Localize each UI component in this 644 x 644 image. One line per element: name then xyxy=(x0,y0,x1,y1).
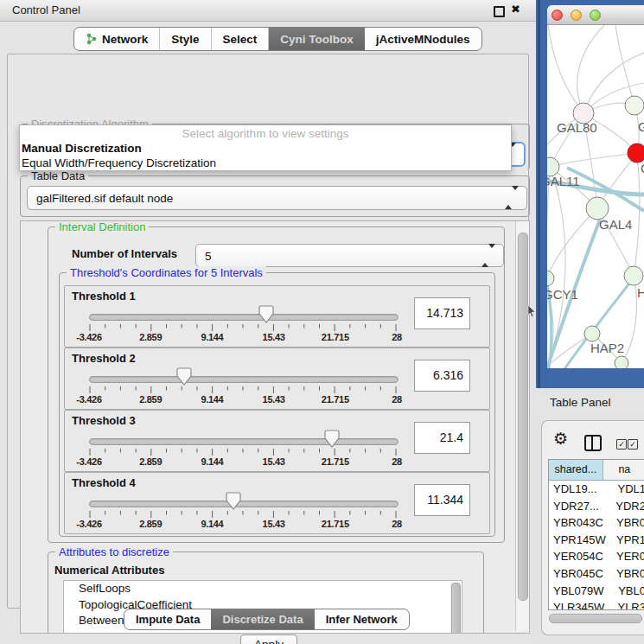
slider-track[interactable] xyxy=(89,438,399,445)
split-columns-icon[interactable] xyxy=(584,435,602,451)
column-header-shared[interactable]: shared... xyxy=(549,460,603,480)
column-header-name[interactable]: na xyxy=(603,460,644,480)
zoom-traffic-light-icon[interactable] xyxy=(590,10,601,21)
scale-label: 15.43 xyxy=(263,394,285,405)
tab-label: Style xyxy=(171,33,199,46)
network-canvas[interactable]: GAL80GACGAL11GAL4GCY1HHAP2 xyxy=(547,25,644,368)
numerical-attributes-label: Numerical Attributes xyxy=(54,564,164,577)
slider-ticks xyxy=(89,449,397,456)
close-traffic-light-icon[interactable] xyxy=(552,10,563,21)
svg-text:GA: GA xyxy=(638,119,644,134)
svg-text:H: H xyxy=(637,285,644,300)
float-window-icon[interactable] xyxy=(494,6,505,17)
slider-thumb[interactable] xyxy=(258,305,274,323)
scale-label: 21.715 xyxy=(322,456,349,467)
list-scrollbar[interactable] xyxy=(450,583,460,634)
table-row[interactable]: YDL19...YDL1 xyxy=(549,481,644,498)
slider-thumb[interactable] xyxy=(324,430,340,448)
interval-definition-group: Interval Definition Number of Intervals … xyxy=(48,226,505,543)
network-window-titlebar[interactable] xyxy=(547,5,644,25)
tab-label: Network xyxy=(102,33,148,46)
slider-thumb[interactable] xyxy=(226,492,241,510)
threshold-label: Threshold 4 xyxy=(72,476,136,489)
gear-icon[interactable]: ⚙ xyxy=(553,429,568,449)
cyni-toolbox-panel: Discretization Algorithm Select algorith… xyxy=(7,54,529,609)
threshold-label: Threshold 2 xyxy=(72,352,136,365)
slider-track[interactable] xyxy=(89,376,399,383)
thresholds-group: Threshold's Coordinates for 5 Intervals … xyxy=(59,272,495,537)
table-panel-title: Table Panel xyxy=(550,396,611,409)
threshold-panel-1: Threshold 1-3.4262.8599.14415.4321.71528… xyxy=(64,285,490,348)
table-row[interactable]: YBL079WYBL0 xyxy=(549,583,644,600)
close-icon[interactable]: ✖ xyxy=(511,3,520,16)
tab-label: Cyni Toolbox xyxy=(280,33,354,46)
cell-name: YPR1 xyxy=(613,532,644,549)
tab-infer-network[interactable]: Infer Network xyxy=(315,609,409,629)
tab-network[interactable]: Network xyxy=(74,28,160,50)
cell-shared-name: YBL079W xyxy=(549,583,615,600)
network-edges[interactable] xyxy=(547,25,644,368)
dropdown-option[interactable]: Equal Width/Frequency Discretization xyxy=(20,156,511,170)
checkbox-icon[interactable]: ✓ xyxy=(628,439,638,450)
apply-button[interactable]: Apply xyxy=(240,634,297,644)
scale-label: -3.426 xyxy=(76,394,101,405)
vertical-scrollbar-thumb[interactable] xyxy=(518,233,528,601)
threshold-value-field[interactable]: 21.4 xyxy=(414,422,470,454)
scale-label: 2.859 xyxy=(139,394,162,405)
table-row[interactable]: YBR045CYBR0 xyxy=(549,565,644,583)
number-of-intervals-label: Number of Intervals xyxy=(72,247,177,260)
spinner-arrows-icon[interactable] xyxy=(481,248,495,264)
dropdown-option[interactable]: Manual Discretization xyxy=(20,141,511,156)
list-scrollbar-thumb[interactable] xyxy=(451,583,461,634)
combo-arrows-icon[interactable] xyxy=(505,190,519,206)
tab-jactivemnodules[interactable]: jActiveMNodules xyxy=(365,28,481,50)
control-panel-titlebar: Control Panel ✖ xyxy=(0,0,536,22)
threshold-panel-4: Threshold 4-3.4262.8599.14415.4321.71528… xyxy=(64,472,490,534)
scale-label: 28 xyxy=(392,332,402,342)
thresholds-group-title: Threshold's Coordinates for 5 Intervals xyxy=(67,266,266,279)
tab-impute-data[interactable]: Impute Data xyxy=(124,609,211,629)
tab-discretize-data[interactable]: Discretize Data xyxy=(211,609,314,629)
tab-select[interactable]: Select xyxy=(212,28,270,50)
table-row[interactable]: YDR27...YDR2 xyxy=(549,498,644,515)
attributes-group-title: Attributes to discretize xyxy=(55,545,173,558)
tab-label: Discretize Data xyxy=(222,613,303,626)
cell-name: YER0 xyxy=(613,548,644,565)
table-row[interactable]: YPR145WYPR1 xyxy=(549,532,644,549)
svg-text:GCY1: GCY1 xyxy=(547,287,578,302)
tab-style[interactable]: Style xyxy=(160,28,211,50)
network-window: GAL80GACGAL11GAL4GCY1HHAP2 xyxy=(547,5,644,368)
table-row[interactable]: YER054CYER0 xyxy=(549,548,644,565)
slider-ticks xyxy=(89,511,397,519)
table-row[interactable]: YLR345WYLR3 xyxy=(549,599,644,610)
table-data-value: galFiltered.sif default node xyxy=(36,192,173,205)
cell-name: YBR0 xyxy=(613,514,644,532)
svg-text:HAP2: HAP2 xyxy=(590,341,624,355)
scale-label: 15.43 xyxy=(263,456,285,467)
table-data-combobox[interactable]: galFiltered.sif default node xyxy=(27,186,527,210)
table-row[interactable]: YBR043CYBR0 xyxy=(549,514,644,532)
minimize-traffic-light-icon[interactable] xyxy=(571,10,582,21)
checkbox-icon[interactable]: ✓ xyxy=(616,439,627,450)
tab-label: Infer Network xyxy=(326,613,398,626)
scale-label: 2.859 xyxy=(139,332,162,342)
horizontal-scrollbar-thumb[interactable] xyxy=(549,614,642,623)
scale-label: 9.144 xyxy=(201,456,223,467)
slider-track[interactable] xyxy=(89,314,399,321)
threshold-value-field[interactable]: 6.316 xyxy=(414,360,470,392)
scale-label: 15.43 xyxy=(263,519,285,529)
threshold-panel-3: Threshold 3-3.4262.8599.14415.4321.71528… xyxy=(64,410,490,472)
tab-cyni-toolbox[interactable]: Cyni Toolbox xyxy=(269,28,365,50)
threshold-value-field[interactable]: 11.344 xyxy=(414,484,470,516)
number-of-intervals-spinner[interactable]: 5 xyxy=(195,244,504,267)
horizontal-scrollbar[interactable] xyxy=(548,613,643,623)
slider-track[interactable] xyxy=(89,501,399,507)
attribute-list-item[interactable]: SelfLoops xyxy=(64,581,462,597)
scale-label: 28 xyxy=(392,519,402,529)
threshold-panel-2: Threshold 2-3.4262.8599.14415.4321.71528… xyxy=(64,348,490,410)
slider-thumb[interactable] xyxy=(176,367,192,386)
top-tab-bar: NetworkStyleSelectCyni ToolboxjActiveMNo… xyxy=(73,27,482,51)
vertical-scrollbar[interactable] xyxy=(515,221,529,631)
cell-name: YLR3 xyxy=(614,599,644,610)
threshold-value-field[interactable]: 14.713 xyxy=(414,297,470,329)
